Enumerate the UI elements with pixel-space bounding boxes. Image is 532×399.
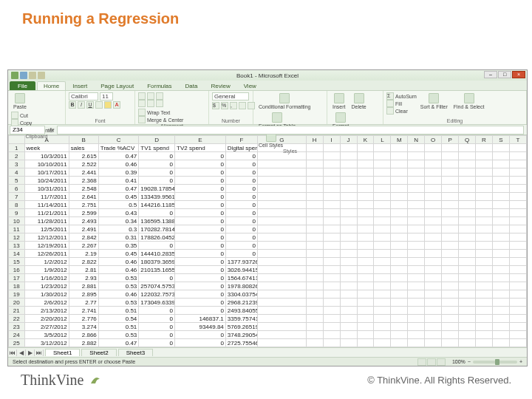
- cell[interactable]: [509, 209, 526, 217]
- cell[interactable]: [408, 225, 425, 233]
- cell[interactable]: [391, 266, 408, 274]
- cell[interactable]: [391, 274, 408, 282]
- cell[interactable]: [425, 144, 442, 152]
- cell[interactable]: [323, 315, 340, 323]
- cell[interactable]: [357, 152, 374, 160]
- redo-icon[interactable]: [38, 72, 45, 79]
- cell[interactable]: [374, 282, 391, 290]
- cell[interactable]: [509, 168, 526, 177]
- cell[interactable]: 0: [139, 160, 175, 168]
- tab-formulas[interactable]: Formulas: [140, 81, 178, 90]
- cell[interactable]: [425, 339, 442, 347]
- cell[interactable]: [492, 331, 509, 339]
- cell[interactable]: [459, 185, 476, 193]
- cell[interactable]: 0: [139, 168, 175, 177]
- cell[interactable]: [340, 315, 357, 323]
- cell[interactable]: [257, 258, 306, 266]
- row-header[interactable]: 10: [9, 217, 25, 225]
- cell[interactable]: [459, 274, 476, 282]
- cell[interactable]: 0.45: [98, 250, 138, 258]
- cell[interactable]: [340, 177, 357, 185]
- cell[interactable]: [340, 160, 357, 168]
- cell[interactable]: 3026.94415: [225, 266, 257, 274]
- cell[interactable]: [492, 323, 509, 331]
- cell[interactable]: [340, 282, 357, 290]
- col-header[interactable]: I: [323, 136, 340, 144]
- cell[interactable]: [391, 144, 408, 152]
- cell[interactable]: [257, 307, 306, 315]
- cell[interactable]: [340, 323, 357, 331]
- cell[interactable]: [323, 274, 340, 282]
- row-header[interactable]: 19: [9, 290, 25, 299]
- cell[interactable]: 144410.2835: [139, 250, 175, 258]
- cell[interactable]: [306, 209, 323, 217]
- cell[interactable]: [374, 250, 391, 258]
- cell[interactable]: [357, 185, 374, 193]
- cell[interactable]: [459, 160, 476, 168]
- font-color-button[interactable]: A: [113, 101, 120, 109]
- cell[interactable]: 12/26/2011: [24, 250, 69, 258]
- cell[interactable]: [442, 250, 459, 258]
- tab-insert[interactable]: Insert: [66, 81, 94, 90]
- cell[interactable]: 0: [175, 307, 226, 315]
- sort-filter-button[interactable]: Sort & Filter: [418, 92, 450, 110]
- cell[interactable]: [509, 217, 526, 225]
- merge-center-button[interactable]: Merge & Center: [138, 116, 183, 123]
- cell[interactable]: [475, 290, 492, 299]
- cell[interactable]: [408, 209, 425, 217]
- italic-button[interactable]: I: [78, 101, 85, 109]
- tab-pagelayout[interactable]: Page Layout: [94, 81, 140, 90]
- cell[interactable]: [492, 185, 509, 193]
- cell[interactable]: [357, 217, 374, 225]
- cell[interactable]: [374, 307, 391, 315]
- cell[interactable]: [374, 258, 391, 266]
- cell[interactable]: [425, 209, 442, 217]
- cell[interactable]: [374, 315, 391, 323]
- cell[interactable]: [425, 168, 442, 177]
- fx-icon[interactable]: fx: [47, 126, 57, 133]
- cell[interactable]: 2493.840554: [225, 307, 257, 315]
- row-header[interactable]: 23: [9, 323, 25, 331]
- cell[interactable]: [340, 217, 357, 225]
- cell[interactable]: [442, 193, 459, 201]
- cell[interactable]: [425, 217, 442, 225]
- cell[interactable]: [306, 193, 323, 201]
- cell[interactable]: [357, 144, 374, 152]
- cell[interactable]: 0: [225, 168, 257, 177]
- cell[interactable]: Trade %ACV: [98, 144, 138, 152]
- cell[interactable]: [323, 193, 340, 201]
- row-header[interactable]: 2: [9, 152, 25, 160]
- cell[interactable]: [459, 217, 476, 225]
- cell[interactable]: [306, 185, 323, 193]
- cell[interactable]: 3304.037545: [225, 290, 257, 299]
- cell[interactable]: [475, 250, 492, 258]
- cell[interactable]: [492, 307, 509, 315]
- cell[interactable]: [408, 323, 425, 331]
- cell[interactable]: [442, 242, 459, 250]
- row-header[interactable]: 5: [9, 177, 25, 185]
- cell[interactable]: [425, 233, 442, 242]
- cell[interactable]: [459, 233, 476, 242]
- cell[interactable]: [475, 217, 492, 225]
- cell[interactable]: 10/24/2011: [24, 177, 69, 185]
- cell[interactable]: 3/12/2012: [24, 339, 69, 347]
- cell[interactable]: [391, 185, 408, 193]
- cell[interactable]: [323, 177, 340, 185]
- cell[interactable]: [408, 144, 425, 152]
- cell[interactable]: [357, 339, 374, 347]
- cell[interactable]: 0.53: [98, 299, 138, 307]
- row-header[interactable]: 14: [9, 250, 25, 258]
- cell[interactable]: [425, 201, 442, 209]
- cell[interactable]: [475, 185, 492, 193]
- cell[interactable]: 2.895: [69, 290, 98, 299]
- cell[interactable]: [306, 177, 323, 185]
- cell[interactable]: 2.93: [69, 274, 98, 282]
- sheet-tab-3[interactable]: Sheet3: [118, 349, 153, 356]
- cell[interactable]: [323, 299, 340, 307]
- cell[interactable]: [408, 160, 425, 168]
- cell[interactable]: 0.46: [98, 290, 138, 299]
- cell[interactable]: [408, 290, 425, 299]
- cell[interactable]: 0: [139, 307, 175, 315]
- cell[interactable]: [340, 168, 357, 177]
- cell[interactable]: [374, 209, 391, 217]
